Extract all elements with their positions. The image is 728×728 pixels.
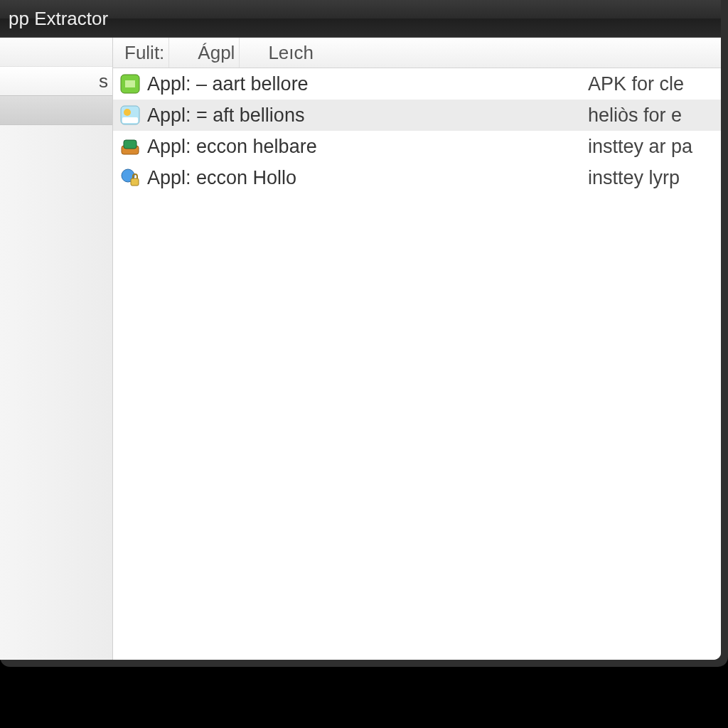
sun-icon xyxy=(119,104,141,127)
app-list[interactable]: Appl: – aart bellore APK for cle App xyxy=(113,68,721,660)
svg-rect-3 xyxy=(122,117,138,123)
list-item[interactable]: Appl: – aart bellore APK for cle xyxy=(113,68,721,100)
app-desc: insttey ar pa xyxy=(588,136,721,158)
column-header-leich[interactable]: Leıch xyxy=(264,38,318,68)
app-frame: pp Extractor s Fulit: xyxy=(0,0,728,728)
app-name: Appl: – aart bellore xyxy=(147,73,588,95)
client-area: s Fulit: Ágpl Leıch xyxy=(0,37,721,660)
window-title: pp Extractor xyxy=(9,8,108,30)
column-header-fulit[interactable]: Fulit: xyxy=(120,38,169,68)
main-panel: Fulit: Ágpl Leıch xyxy=(113,38,721,660)
list-item[interactable]: Appl: eccon Hollo insttey lyrp xyxy=(113,162,721,193)
column-label: Leıch xyxy=(268,42,314,64)
sidebar-item-label: s xyxy=(99,70,108,92)
letterbox xyxy=(0,667,728,728)
app-name: Appl: eccon Hollo xyxy=(147,167,588,189)
column-label: Fulit: xyxy=(124,42,164,64)
column-header-agpl[interactable]: Ágpl xyxy=(193,38,240,68)
main-window: pp Extractor s Fulit: xyxy=(0,0,728,667)
column-header: Fulit: Ágpl Leıch xyxy=(113,38,721,68)
app-name: Appl: eccon helbare xyxy=(147,136,588,158)
leaf-icon xyxy=(119,73,141,95)
sidebar: s xyxy=(0,38,113,660)
app-name: Appl: = aft bellions xyxy=(147,105,588,127)
app-desc: insttey lyrp xyxy=(588,167,721,189)
list-item[interactable]: Appl: = aft bellions heliòs for e xyxy=(113,100,721,131)
app-desc: APK for cle xyxy=(588,73,721,95)
svg-point-2 xyxy=(124,109,131,116)
box-icon xyxy=(119,135,141,158)
svg-rect-7 xyxy=(131,178,139,186)
svg-rect-5 xyxy=(124,140,136,149)
sidebar-item-0[interactable] xyxy=(0,38,112,67)
list-item[interactable]: Appl: eccon helbare insttey ar pa xyxy=(113,131,721,162)
title-bar[interactable]: pp Extractor xyxy=(0,0,721,37)
app-desc: heliòs for e xyxy=(588,105,721,127)
sidebar-item-2[interactable] xyxy=(0,95,112,125)
lock-icon xyxy=(119,166,141,189)
sidebar-item-1[interactable]: s xyxy=(0,67,112,96)
column-label: Ágpl xyxy=(198,42,235,64)
